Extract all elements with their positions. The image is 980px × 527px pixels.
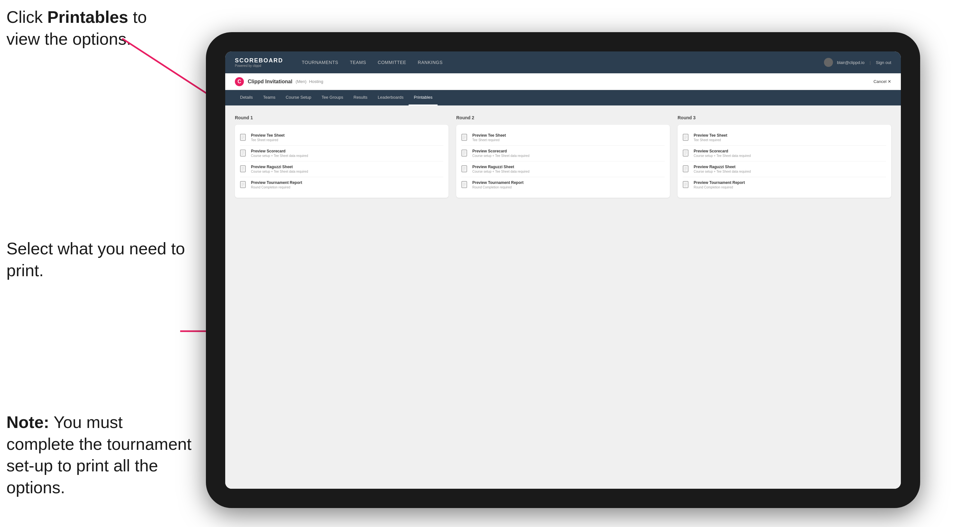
tab-leaderboards[interactable]: Leaderboards xyxy=(372,90,409,105)
round-2-raguzzi-sub: Course setup + Tee Sheet data required xyxy=(472,170,529,173)
round-2-scorecard-sub: Course setup + Tee Sheet data required xyxy=(472,154,529,157)
round-3-title: Round 3 xyxy=(678,115,891,120)
round-1-raguzzi-text: Preview Raguzzi Sheet Course setup + Tee… xyxy=(251,165,308,173)
round-1-raguzzi[interactable]: Preview Raguzzi Sheet Course setup + Tee… xyxy=(240,162,443,177)
document-icon xyxy=(240,181,247,189)
nav-committee[interactable]: COMMITTEE xyxy=(372,51,412,73)
round-2-raguzzi-text: Preview Raguzzi Sheet Course setup + Tee… xyxy=(472,165,529,173)
annotation-middle: Select what you need to print. xyxy=(6,238,193,281)
nav-logo-title: SCOREBOARD xyxy=(235,57,283,64)
document-icon xyxy=(461,165,468,174)
round-3-scorecard[interactable]: Preview Scorecard Course setup + Tee She… xyxy=(683,146,886,162)
tournament-name: Clippd Invitational xyxy=(248,79,293,84)
nav-logo: SCOREBOARD Powered by clippd xyxy=(235,57,283,68)
round-1-tee-sheet-title: Preview Tee Sheet xyxy=(251,133,285,138)
tournament-logo: C xyxy=(235,77,244,86)
round-1-tee-sheet[interactable]: Preview Tee Sheet Tee Sheet required xyxy=(240,130,443,146)
tab-results[interactable]: Results xyxy=(348,90,372,105)
round-1-tee-sheet-text: Preview Tee Sheet Tee Sheet required xyxy=(251,133,285,142)
round-1-tee-sheet-sub: Tee Sheet required xyxy=(251,138,285,142)
round-2-card: Preview Tee Sheet Tee Sheet required Pre… xyxy=(456,125,670,198)
round-3-tee-sheet[interactable]: Preview Tee Sheet Tee Sheet required xyxy=(683,130,886,146)
tab-printables[interactable]: Printables xyxy=(409,90,438,105)
round-3-scorecard-text: Preview Scorecard Course setup + Tee She… xyxy=(694,149,751,157)
annotation-top-text: Click Printables toview the options. xyxy=(6,8,147,48)
round-3-tee-sheet-sub: Tee Sheet required xyxy=(694,138,727,142)
document-icon xyxy=(683,134,690,142)
round-1-raguzzi-title: Preview Raguzzi Sheet xyxy=(251,165,308,169)
tournament-bar: C Clippd Invitational (Men) Hosting Canc… xyxy=(225,73,901,90)
nav-rankings[interactable]: RANKINGS xyxy=(412,51,449,73)
round-2-title: Round 2 xyxy=(456,115,670,120)
round-1-tournament-report[interactable]: Preview Tournament Report Round Completi… xyxy=(240,177,443,193)
document-icon xyxy=(683,165,690,174)
tablet-device: SCOREBOARD Powered by clippd TOURNAMENTS… xyxy=(206,32,920,508)
user-avatar xyxy=(824,58,833,67)
round-2-tournament-report-sub: Round Completion required xyxy=(472,186,523,189)
document-icon xyxy=(683,181,690,189)
annotation-middle-text: Select what you need to print. xyxy=(6,239,185,280)
nav-links: TOURNAMENTS TEAMS COMMITTEE RANKINGS xyxy=(296,51,824,73)
round-3-raguzzi-title: Preview Raguzzi Sheet xyxy=(694,165,751,169)
tab-teams[interactable]: Teams xyxy=(258,90,280,105)
document-icon xyxy=(240,149,247,158)
round-3-tournament-report[interactable]: Preview Tournament Report Round Completi… xyxy=(683,177,886,193)
round-2-raguzzi-title: Preview Raguzzi Sheet xyxy=(472,165,529,169)
sign-out-link[interactable]: Sign out xyxy=(876,60,891,65)
round-3-scorecard-sub: Course setup + Tee Sheet data required xyxy=(694,154,751,157)
document-icon xyxy=(683,149,690,158)
round-1-tournament-report-sub: Round Completion required xyxy=(251,186,302,189)
round-2-tee-sheet[interactable]: Preview Tee Sheet Tee Sheet required xyxy=(461,130,665,146)
round-2-scorecard[interactable]: Preview Scorecard Course setup + Tee She… xyxy=(461,146,665,162)
top-navigation: SCOREBOARD Powered by clippd TOURNAMENTS… xyxy=(225,51,901,73)
round-1-scorecard-text: Preview Scorecard Course setup + Tee She… xyxy=(251,149,308,157)
round-3-tournament-report-sub: Round Completion required xyxy=(694,186,745,189)
round-1-raguzzi-sub: Course setup + Tee Sheet data required xyxy=(251,170,308,173)
annotation-bottom-text: Note: You must complete the tournament s… xyxy=(6,413,191,497)
round-3-tee-sheet-text: Preview Tee Sheet Tee Sheet required xyxy=(694,133,727,142)
tablet-screen: SCOREBOARD Powered by clippd TOURNAMENTS… xyxy=(225,51,901,489)
tab-details[interactable]: Details xyxy=(235,90,258,105)
round-1-scorecard-sub: Course setup + Tee Sheet data required xyxy=(251,154,308,157)
document-icon xyxy=(240,134,247,142)
round-1-tournament-report-text: Preview Tournament Report Round Completi… xyxy=(251,180,302,189)
round-3-scorecard-title: Preview Scorecard xyxy=(694,149,751,153)
nav-tournaments[interactable]: TOURNAMENTS xyxy=(296,51,344,73)
main-content: Round 1 Preview Tee Sheet Tee Sheet requ… xyxy=(225,105,901,489)
round-3-tournament-report-title: Preview Tournament Report xyxy=(694,180,745,185)
document-icon xyxy=(461,134,468,142)
document-icon xyxy=(461,149,468,158)
round-1-title: Round 1 xyxy=(235,115,449,120)
round-3-raguzzi-sub: Course setup + Tee Sheet data required xyxy=(694,170,751,173)
round-1-card: Preview Tee Sheet Tee Sheet required Pre… xyxy=(235,125,449,198)
nav-divider: | xyxy=(870,60,870,65)
round-2-tournament-report[interactable]: Preview Tournament Report Round Completi… xyxy=(461,177,665,193)
nav-teams[interactable]: TEAMS xyxy=(344,51,372,73)
cancel-button[interactable]: Cancel ✕ xyxy=(873,79,891,84)
annotation-bottom: Note: You must complete the tournament s… xyxy=(6,411,193,498)
round-2-raguzzi[interactable]: Preview Raguzzi Sheet Course setup + Tee… xyxy=(461,162,665,177)
round-2-tee-sheet-sub: Tee Sheet required xyxy=(472,138,506,142)
tab-course-setup[interactable]: Course Setup xyxy=(280,90,317,105)
round-2-scorecard-text: Preview Scorecard Course setup + Tee She… xyxy=(472,149,529,157)
round-3-raguzzi[interactable]: Preview Raguzzi Sheet Course setup + Tee… xyxy=(683,162,886,177)
round-1-scorecard-title: Preview Scorecard xyxy=(251,149,308,153)
round-1-tournament-report-title: Preview Tournament Report xyxy=(251,180,302,185)
user-email: blair@clippd.io xyxy=(837,60,864,65)
annotation-bold: Printables xyxy=(47,8,128,26)
rounds-container: Round 1 Preview Tee Sheet Tee Sheet requ… xyxy=(235,115,891,198)
tab-tee-groups[interactable]: Tee Groups xyxy=(317,90,348,105)
nav-logo-sub: Powered by clippd xyxy=(235,64,283,68)
round-3-raguzzi-text: Preview Raguzzi Sheet Course setup + Tee… xyxy=(694,165,751,173)
document-icon xyxy=(240,165,247,174)
document-icon xyxy=(461,181,468,189)
round-2-section: Round 2 Preview Tee Sheet Tee Sheet requ… xyxy=(456,115,670,198)
round-3-tee-sheet-title: Preview Tee Sheet xyxy=(694,133,727,138)
annotation-top: Click Printables toview the options. xyxy=(6,6,193,50)
round-3-card: Preview Tee Sheet Tee Sheet required Pre… xyxy=(678,125,891,198)
round-1-scorecard[interactable]: Preview Scorecard Course setup + Tee She… xyxy=(240,146,443,162)
round-2-tournament-report-title: Preview Tournament Report xyxy=(472,180,523,185)
round-2-tournament-report-text: Preview Tournament Report Round Completi… xyxy=(472,180,523,189)
tournament-status: Hosting xyxy=(309,79,323,84)
sub-navigation: Details Teams Course Setup Tee Groups Re… xyxy=(225,90,901,105)
